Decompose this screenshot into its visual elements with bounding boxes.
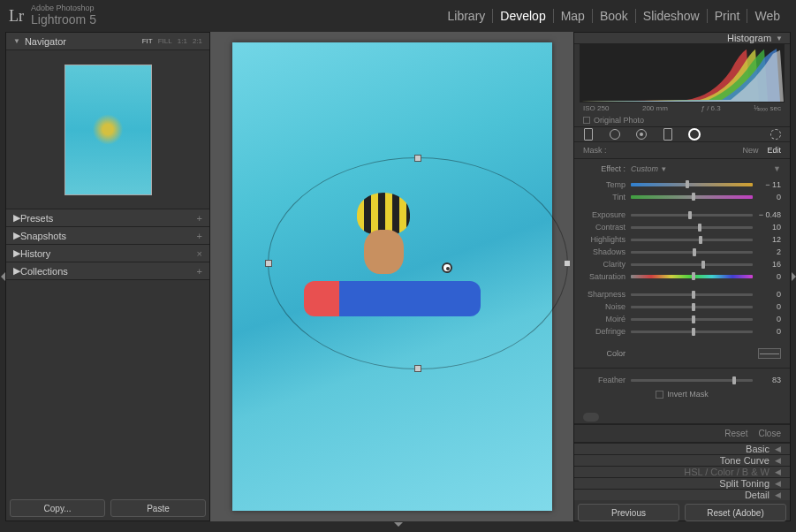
contrast-slider[interactable]: Contrast10 bbox=[583, 221, 781, 233]
sharpness-slider[interactable]: Sharpness0 bbox=[583, 288, 781, 300]
color-swatch[interactable] bbox=[758, 348, 781, 359]
reset-adobe-button[interactable]: Reset (Adobe) bbox=[685, 504, 786, 521]
module-map[interactable]: Map bbox=[554, 9, 593, 23]
previous-button[interactable]: Previous bbox=[578, 504, 679, 521]
mask-handle-bottom[interactable] bbox=[414, 365, 421, 372]
histogram-plot bbox=[580, 44, 785, 103]
reset-button[interactable]: Reset bbox=[724, 429, 747, 438]
panel-switch[interactable] bbox=[583, 413, 599, 422]
module-web[interactable]: Web bbox=[747, 9, 787, 23]
close-button[interactable]: Close bbox=[758, 429, 781, 438]
zoom-1-1[interactable]: 1:1 bbox=[178, 37, 187, 45]
right-panel: Histogram▼ ISO 250 200 mm ƒ / 6.3 ¹⁄₂₀₀₀… bbox=[573, 32, 791, 521]
mask-edit[interactable]: Edit bbox=[767, 146, 781, 155]
presets-panel[interactable]: ▶Presets+ bbox=[6, 209, 209, 227]
temp-slider[interactable]: Temp− 11 bbox=[583, 179, 781, 191]
split-toning-panel[interactable]: Split Toning◀ bbox=[574, 477, 790, 489]
brush-tool-icon[interactable] bbox=[769, 127, 783, 141]
gradient-tool-icon[interactable] bbox=[661, 127, 675, 141]
zoom-2-1[interactable]: 2:1 bbox=[193, 37, 202, 45]
color-label: Color bbox=[583, 349, 631, 358]
zoom-modes: FIT FILL 1:1 2:1 bbox=[142, 37, 202, 45]
mask-new[interactable]: New bbox=[742, 146, 758, 155]
collections-panel[interactable]: ▶Collections+ bbox=[6, 262, 209, 280]
left-panel: ▼ Navigator FIT FILL 1:1 2:1 ▶Presets+ ▶… bbox=[5, 32, 210, 521]
exif-iso: ISO 250 bbox=[583, 104, 609, 112]
invert-mask-label: Invert Mask bbox=[667, 390, 709, 399]
hsl-panel[interactable]: HSL / Color / B & W◀ bbox=[574, 466, 790, 477]
saturation-slider[interactable]: Saturation0 bbox=[583, 270, 781, 283]
effect-dropdown[interactable]: Custom bbox=[631, 164, 658, 173]
adjustment-panel: Effect : Custom ▾ ▼ Temp− 11 Tint0 Expos… bbox=[574, 159, 790, 411]
exif-shutter: ¹⁄₂₀₀₀ sec bbox=[754, 104, 781, 112]
detail-panel[interactable]: Detail◀ bbox=[574, 489, 790, 500]
local-adjust-toolbar bbox=[574, 127, 790, 142]
snapshots-panel[interactable]: ▶Snapshots+ bbox=[6, 227, 209, 245]
module-slideshow[interactable]: Slideshow bbox=[636, 9, 708, 23]
paste-button[interactable]: Paste bbox=[110, 499, 206, 517]
tone-curve-panel[interactable]: Tone Curve◀ bbox=[574, 454, 790, 466]
noise-slider[interactable]: Noise0 bbox=[583, 300, 781, 313]
zoom-fit[interactable]: FIT bbox=[142, 37, 153, 45]
redeye-tool-icon[interactable] bbox=[634, 127, 648, 141]
navigator-header[interactable]: ▼ Navigator FIT FILL 1:1 2:1 bbox=[6, 33, 209, 50]
exif-aperture: ƒ / 6.3 bbox=[701, 104, 720, 112]
shadows-slider[interactable]: Shadows2 bbox=[583, 246, 781, 258]
feather-slider[interactable]: Feather83 bbox=[583, 374, 781, 386]
mask-handle-right[interactable] bbox=[564, 260, 571, 267]
module-book[interactable]: Book bbox=[593, 9, 636, 23]
mask-handle-left[interactable] bbox=[265, 260, 272, 267]
app-name: Lightroom 5 bbox=[31, 13, 96, 27]
module-print[interactable]: Print bbox=[708, 9, 748, 23]
navigator-title: Navigator bbox=[25, 36, 66, 47]
defringe-slider[interactable]: Defringe0 bbox=[583, 325, 781, 338]
moire-slider[interactable]: Moiré0 bbox=[583, 313, 781, 325]
original-photo-label: Original Photo bbox=[594, 116, 644, 125]
exif-focal: 200 mm bbox=[642, 104, 668, 112]
zoom-fill[interactable]: FILL bbox=[158, 37, 172, 45]
tint-slider[interactable]: Tint0 bbox=[583, 191, 781, 203]
mask-label: Mask : bbox=[583, 146, 607, 155]
spot-tool-icon[interactable] bbox=[608, 127, 622, 141]
histogram-header[interactable]: Histogram▼ bbox=[574, 33, 790, 44]
module-library[interactable]: Library bbox=[441, 9, 494, 23]
right-panel-toggle[interactable] bbox=[791, 32, 796, 521]
module-develop[interactable]: Develop bbox=[493, 9, 553, 23]
history-panel[interactable]: ▶History× bbox=[6, 245, 209, 262]
clarity-slider[interactable]: Clarity16 bbox=[583, 258, 781, 270]
effect-label: Effect : bbox=[583, 164, 631, 173]
disclosure-icon: ▶ bbox=[13, 230, 20, 241]
disclosure-icon: ▼ bbox=[13, 37, 20, 45]
crop-tool-icon[interactable] bbox=[581, 127, 595, 141]
module-picker: Library Develop Map Book Slideshow Print… bbox=[441, 9, 788, 23]
invert-mask-checkbox[interactable] bbox=[656, 391, 663, 399]
basic-panel[interactable]: Basic◀ bbox=[574, 443, 790, 454]
disclosure-icon: ▶ bbox=[13, 265, 20, 277]
disclosure-icon: ▶ bbox=[13, 212, 20, 224]
copy-button[interactable]: Copy... bbox=[10, 499, 105, 517]
exposure-slider[interactable]: Exposure− 0.48 bbox=[583, 209, 781, 221]
app-title-block: Adobe Photoshop Lightroom 5 bbox=[31, 4, 96, 27]
radial-tool-icon[interactable] bbox=[687, 127, 701, 141]
disclosure-icon: ▶ bbox=[13, 247, 20, 259]
highlights-slider[interactable]: Highlights12 bbox=[583, 233, 781, 246]
collapse-icon[interactable]: ▼ bbox=[773, 164, 781, 173]
app-logo: Lr bbox=[9, 7, 24, 26]
photo bbox=[232, 42, 552, 511]
canvas[interactable] bbox=[210, 32, 573, 521]
effect-menu-icon[interactable]: ▾ bbox=[662, 164, 666, 173]
original-photo-checkbox[interactable] bbox=[583, 117, 590, 124]
navigator-thumbnail[interactable] bbox=[64, 65, 152, 195]
mask-handle-top[interactable] bbox=[414, 155, 421, 162]
disclosure-icon: ▼ bbox=[776, 34, 783, 42]
